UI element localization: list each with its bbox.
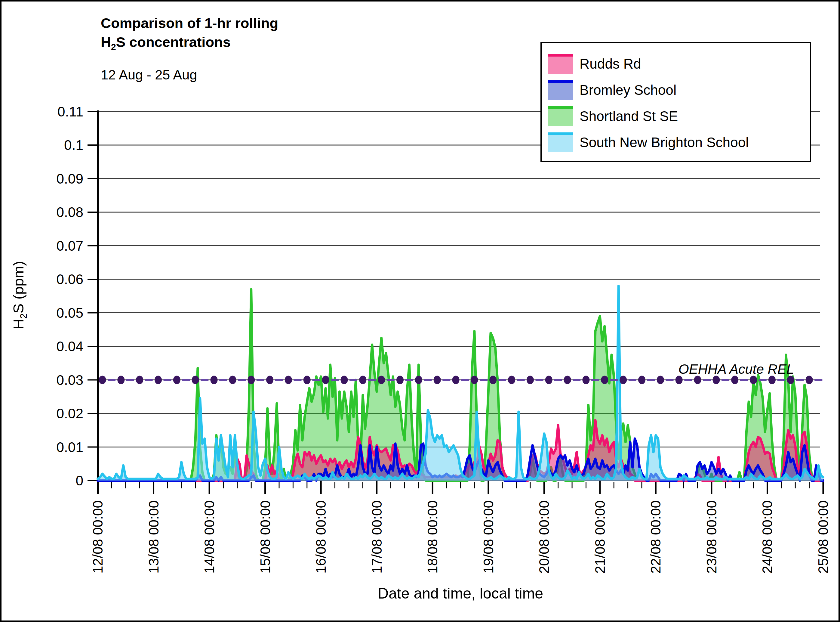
- x-tick-label: 23/08 00:00: [704, 500, 720, 573]
- y-tick-label: 0.07: [56, 238, 83, 254]
- y-tick-label: 0.01: [56, 439, 83, 455]
- y-tick-label: 0.03: [56, 372, 83, 388]
- ref-line-marker: [266, 376, 273, 384]
- ref-line-marker: [322, 376, 329, 384]
- ref-line-marker: [136, 376, 143, 384]
- ref-line-marker: [434, 376, 441, 384]
- ref-line-marker: [396, 376, 403, 384]
- ref-line-marker: [229, 376, 236, 384]
- legend: Rudds Rd Bromley School Shortland St SE …: [540, 42, 811, 162]
- ref-line-marker: [341, 376, 348, 384]
- legend-item-rudds-rd: Rudds Rd: [548, 50, 810, 77]
- y-tick-label: 0.06: [56, 271, 83, 287]
- chart-title-line2: H2S concentrations: [101, 34, 231, 50]
- ref-line-marker: [564, 376, 571, 384]
- legend-item-south-new-brighton-school: South New Brighton School: [548, 129, 810, 155]
- x-tick-label: 22/08 00:00: [648, 500, 663, 573]
- ref-line-marker: [210, 376, 218, 384]
- ref-line-marker: [471, 376, 478, 384]
- ref-line-marker: [192, 376, 199, 384]
- x-tick-label: 12/08 00:00: [90, 500, 105, 573]
- x-axis-title: Date and time, local time: [310, 585, 611, 602]
- ref-line-marker: [359, 376, 366, 384]
- ref-line-marker: [378, 376, 385, 384]
- x-tick-label: 21/08 00:00: [592, 500, 608, 573]
- ref-line-marker: [155, 376, 162, 384]
- legend-item-label: Shortland St SE: [580, 108, 678, 124]
- ref-line-marker: [806, 376, 813, 384]
- y-tick-label: 0: [76, 473, 83, 488]
- x-axis-ticks: 12/08 00:0013/08 00:0014/08 00:0015/08 0…: [90, 480, 831, 573]
- x-tick-label: 13/08 00:00: [146, 500, 161, 573]
- y-tick-label: 0.04: [56, 338, 83, 354]
- legend-item-bromley-school: Bromley School: [548, 77, 810, 103]
- x-tick-label: 24/08 00:00: [759, 500, 775, 573]
- chart-figure: 00.010.020.030.040.050.060.070.080.090.1…: [0, 0, 840, 622]
- y-tick-label: 0.11: [58, 104, 83, 119]
- chart-subtitle: 12 Aug - 25 Aug: [101, 67, 197, 83]
- y-tick-label: 0.02: [56, 406, 83, 421]
- y-tick-label: 0.08: [56, 204, 83, 220]
- ref-line-marker: [545, 376, 552, 384]
- ref-line-marker: [117, 376, 125, 384]
- gridlines: [98, 112, 820, 481]
- legend-item-label: Bromley School: [580, 82, 676, 98]
- x-tick-label: 17/08 00:00: [369, 500, 385, 573]
- ref-line-marker: [619, 376, 627, 384]
- ref-line-marker: [601, 376, 608, 384]
- ref-line-marker: [248, 376, 255, 384]
- y-tick-label: 0.1: [64, 137, 83, 153]
- ref-line-marker: [582, 376, 589, 384]
- legend-item-label: Rudds Rd: [580, 56, 641, 72]
- x-tick-label: 18/08 00:00: [425, 500, 440, 573]
- legend-swatch-icon: [548, 106, 573, 126]
- ref-line-marker: [452, 376, 460, 384]
- ref-line-marker: [508, 376, 515, 384]
- x-tick-label: 14/08 00:00: [201, 500, 217, 573]
- x-tick-label: 25/08 00:00: [815, 500, 831, 573]
- x-tick-label: 19/08 00:00: [481, 500, 496, 573]
- y-axis-title: H2S (ppm): [10, 235, 28, 355]
- x-tick-label: 15/08 00:00: [257, 500, 273, 573]
- chart-title-line1: Comparison of 1-hr rolling: [101, 15, 278, 31]
- ref-line-marker: [527, 376, 534, 384]
- legend-swatch-icon: [548, 133, 573, 152]
- y-tick-label: 0.09: [56, 171, 83, 187]
- legend-swatch-icon: [548, 54, 573, 74]
- ref-line-marker: [99, 376, 106, 384]
- ref-line-marker: [285, 376, 292, 384]
- chart-title: Comparison of 1-hr rolling H2S concentra…: [101, 14, 278, 56]
- x-tick-label: 20/08 00:00: [536, 500, 552, 573]
- y-tick-label: 0.05: [56, 305, 83, 321]
- ref-line-marker: [638, 376, 645, 384]
- x-tick-label: 16/08 00:00: [313, 500, 329, 573]
- legend-item-label: South New Brighton School: [580, 134, 749, 151]
- ref-line-marker: [489, 376, 496, 384]
- legend-item-shortland-st-se: Shortland St SE: [548, 103, 810, 129]
- ref-line-marker: [173, 376, 180, 384]
- ref-line-label: OEHHA Acute REL: [657, 361, 794, 377]
- legend-swatch-icon: [548, 80, 573, 100]
- ref-line-marker: [303, 376, 311, 384]
- y-axis-ticks: 00.010.020.030.040.050.060.070.080.090.1…: [56, 104, 98, 489]
- ref-line-marker: [415, 376, 422, 384]
